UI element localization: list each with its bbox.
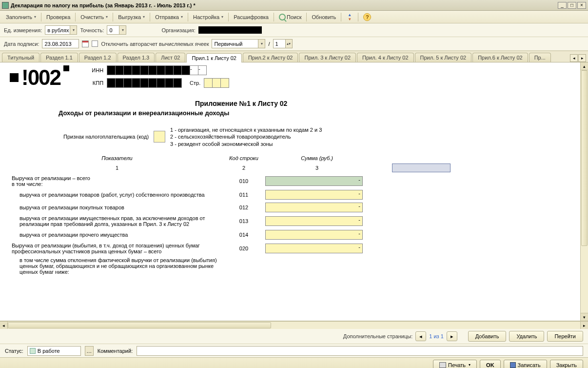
col-indicator: Показатели xyxy=(10,154,224,162)
extra-selection-box[interactable] xyxy=(392,164,451,172)
save-label: Записать xyxy=(518,362,541,368)
tab-scroll-left[interactable]: ◂ xyxy=(570,54,578,62)
save-button[interactable]: Записать xyxy=(504,360,547,368)
pager-next[interactable]: ▸ xyxy=(447,331,457,341)
unit-combo[interactable]: в рублях▾ xyxy=(45,25,77,35)
calendar-icon[interactable] xyxy=(82,41,89,47)
taxpayer-code-input[interactable] xyxy=(154,131,165,143)
tab-0[interactable]: Титульный xyxy=(2,53,39,62)
barcode-square-small xyxy=(63,65,69,71)
pager-row: Дополнительные страницы: ◂ 1 из 1 ▸ Доба… xyxy=(0,329,588,344)
row-label: выручка от реализации покупных товаров xyxy=(10,201,224,214)
close-footer-button[interactable]: Закрыть xyxy=(550,360,583,368)
barcode-number: !002 xyxy=(21,65,60,90)
sum-input-012[interactable]: - xyxy=(265,203,363,212)
col-n1: 1 xyxy=(10,162,224,174)
scroll-down-icon[interactable]: ▾ xyxy=(581,313,588,321)
delete-page-button[interactable]: Удалить xyxy=(509,331,544,342)
row-label: выручка от реализации имущественных прав… xyxy=(10,214,224,228)
taxpayer-desc: 1 - организация, не относящаяся к указан… xyxy=(170,126,322,147)
print-label: Печать xyxy=(448,362,466,368)
str-label: Стр. xyxy=(190,80,200,86)
col-n3: 3 xyxy=(263,162,371,174)
horizontal-scrollbar[interactable]: ◂ ▸ xyxy=(0,321,588,329)
tab-5[interactable]: Прил.1 к Листу 02 xyxy=(186,53,242,62)
sum-input-013[interactable]: - xyxy=(265,216,363,226)
fill-button[interactable]: Заполнить xyxy=(3,13,39,21)
autocalc-checkbox[interactable] xyxy=(92,41,98,47)
status-combo[interactable]: В работе xyxy=(27,346,81,356)
pagenum-value: 1 xyxy=(275,41,278,47)
row-code: 020 xyxy=(224,241,263,256)
document-icon xyxy=(30,348,36,354)
sum-input-014[interactable]: - xyxy=(265,230,363,240)
tab-7[interactable]: Прил. 3 к Листу 02 xyxy=(299,53,356,62)
check-button[interactable]: Проверка xyxy=(43,13,73,21)
sum-input-010[interactable]: - xyxy=(265,176,363,186)
settings-button[interactable]: Настройка xyxy=(190,13,226,21)
tab-11[interactable]: Пр... xyxy=(529,53,551,62)
kpp-label: КПП xyxy=(84,80,103,86)
tab-6[interactable]: Прил.2 к Листу 02 xyxy=(243,53,298,62)
help-icon: ? xyxy=(363,13,371,21)
close-button[interactable]: × xyxy=(577,2,586,9)
tab-9[interactable]: Прил. 5 к Листу 02 xyxy=(415,53,472,62)
comment-input[interactable] xyxy=(137,346,583,356)
status-select-button[interactable]: … xyxy=(85,346,94,356)
export-button[interactable]: Выгрузка xyxy=(115,13,148,21)
col-code: Код строки xyxy=(224,154,263,162)
pager-prev[interactable]: ◂ xyxy=(415,331,426,341)
print-button[interactable]: Печать xyxy=(433,360,477,368)
minimize-button[interactable]: _ xyxy=(558,2,567,9)
row-code: 014 xyxy=(224,228,263,241)
save-icon xyxy=(510,362,516,368)
status-value: В работе xyxy=(38,348,60,354)
hscroll-thumb[interactable] xyxy=(8,322,271,328)
scroll-right-icon[interactable]: ▸ xyxy=(580,322,588,329)
arrows-button[interactable] xyxy=(343,13,356,21)
precision-combo[interactable]: 0▾ xyxy=(107,25,126,35)
refresh-button[interactable]: Обновить xyxy=(309,13,339,21)
org-value-redacted xyxy=(198,26,262,34)
sum-input-011[interactable]: - xyxy=(265,190,363,200)
tab-scroll-right[interactable]: ▸ xyxy=(578,54,586,62)
precision-value: 0 xyxy=(109,27,112,33)
kpp-cells[interactable] xyxy=(107,78,182,88)
ok-button[interactable]: OK xyxy=(480,360,501,368)
sum-input-020[interactable]: - xyxy=(265,244,363,253)
add-page-button[interactable]: Добавить xyxy=(468,331,507,342)
str-cells[interactable] xyxy=(204,78,229,88)
row-label: Выручка от реализации (выбытия, в т.ч. д… xyxy=(10,241,224,256)
date-label: Дата подписи: xyxy=(4,41,39,47)
maximize-button[interactable]: □ xyxy=(568,2,576,9)
goto-page-button[interactable]: Перейти xyxy=(547,331,583,342)
decode-button[interactable]: Расшифровка xyxy=(231,13,272,21)
date-input[interactable]: 23.08.2013 xyxy=(42,39,79,48)
barcode-block: !002 xyxy=(10,65,69,90)
tab-3[interactable]: Раздел 1.3 xyxy=(118,53,155,62)
tab-2[interactable]: Раздел 1.2 xyxy=(79,53,117,62)
scroll-left-icon[interactable]: ◂ xyxy=(0,322,8,329)
tab-4[interactable]: Лист 02 xyxy=(156,53,185,62)
clear-button[interactable]: Очистить xyxy=(78,13,111,21)
scroll-thumb[interactable] xyxy=(581,70,588,246)
comment-label: Комментарий: xyxy=(98,348,133,354)
inn-cells[interactable]: -- xyxy=(107,65,207,75)
tab-8[interactable]: Прил. 4 к Листу 02 xyxy=(357,53,414,62)
scroll-up-icon[interactable]: ▴ xyxy=(581,62,588,70)
date-value: 23.08.2013 xyxy=(44,41,71,47)
tab-10[interactable]: Прил.6 к Листу 02 xyxy=(472,53,528,62)
vertical-scrollbar[interactable]: ▴ ▾ xyxy=(580,62,588,321)
tab-strip: ТитульныйРаздел 1.1Раздел 1.2Раздел 1.3Л… xyxy=(0,51,588,62)
data-grid: Показатели Код строки Сумма (руб.) 1 2 3… xyxy=(10,154,578,276)
search-button[interactable]: Поиск xyxy=(276,13,304,21)
org-label: Организация: xyxy=(161,27,195,33)
send-button[interactable]: Отправка xyxy=(152,13,186,21)
tab-1[interactable]: Раздел 1.1 xyxy=(40,53,78,62)
pager-label: Дополнительные страницы: xyxy=(343,333,412,339)
inn-kpp-block: ИНН -- КПП Стр. xyxy=(84,65,229,91)
doctype-combo[interactable]: Первичный▾ xyxy=(212,39,265,48)
window-controls: _ □ × xyxy=(558,2,586,9)
help-button[interactable]: ? xyxy=(360,12,374,22)
pagenum-spinner[interactable]: 1▴▾ xyxy=(273,39,293,48)
